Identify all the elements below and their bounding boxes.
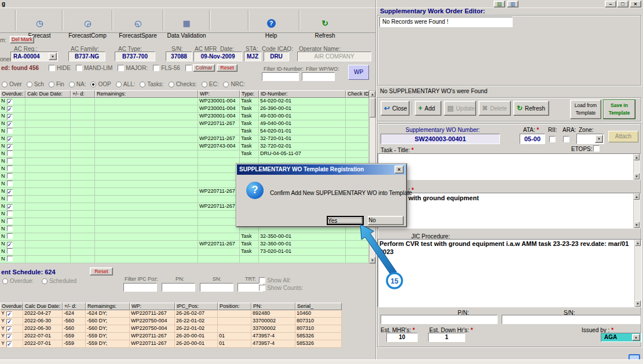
schedule-radio[interactable]: Overdue: [2, 278, 34, 284]
est-mhr-input[interactable]: 10 [386, 333, 418, 342]
row-checkbox[interactable] [7, 106, 13, 112]
close-window-button[interactable]: × [630, 1, 641, 8]
checkbox-icon[interactable] [76, 65, 82, 71]
description-textarea[interactable]: with ground equipment ▲ ▼ [378, 193, 641, 229]
row-checkbox[interactable] [6, 341, 12, 347]
colmar-button[interactable]: Colmar [193, 64, 215, 72]
schedule-radio[interactable]: Scheduled [42, 278, 76, 284]
col-type[interactable]: Type: [240, 90, 259, 98]
radio-icon[interactable] [27, 82, 32, 87]
filter-radio[interactable]: EC: [202, 81, 219, 87]
table-row[interactable]: N WP220743-004 Task 32-720-02-01 [0, 143, 369, 150]
scroll-thumb[interactable] [370, 98, 375, 117]
radio-icon[interactable] [90, 82, 96, 87]
col-plus-minus-d[interactable]: +/- d: [71, 90, 95, 98]
radio-icon[interactable] [2, 278, 8, 284]
filter-checkbox[interactable]: MAND-LIM [76, 65, 112, 71]
table-row[interactable]: N Task 32-350-00-01 [0, 233, 369, 241]
maximize-button[interactable]: □ [617, 1, 629, 8]
radio-icon[interactable] [2, 82, 8, 87]
chevron-down-icon[interactable]: ▼ [595, 135, 603, 143]
col-overdue[interactable]: Overdue: [0, 303, 23, 310]
sn-input[interactable] [502, 315, 641, 324]
filter-radio[interactable]: NA: [69, 81, 86, 87]
scroll-down-icon[interactable]: ▼ [634, 222, 640, 228]
table-row[interactable]: Y 2022-04-27 -624 -624 DY; WP220711-267 … [0, 310, 342, 318]
table-row[interactable]: N WP220711-267 Task 32-360-00-01 [0, 241, 369, 248]
radio-icon[interactable] [69, 82, 75, 87]
col-pn[interactable]: PN: [251, 303, 295, 310]
data-validation-button[interactable]: ▦ Data Validation [165, 17, 209, 40]
row-checkbox[interactable] [7, 204, 13, 210]
filter-radio[interactable]: Sch [27, 81, 44, 87]
row-checkbox[interactable] [7, 137, 13, 142]
filter-radio[interactable]: NRC: [223, 81, 244, 87]
filter-checkbox[interactable]: FLS-56 [153, 65, 180, 71]
wp-button[interactable]: WP [348, 65, 369, 80]
forecastspare-button[interactable]: ◵ ForecastSpare [114, 17, 162, 40]
row-checkbox[interactable] [7, 218, 13, 224]
row-checkbox[interactable] [7, 158, 13, 164]
minimize-button[interactable]: – [605, 1, 616, 8]
add-button[interactable]: + Add [415, 101, 441, 116]
chevron-down-icon[interactable]: ▼ [49, 53, 57, 60]
table-row[interactable]: Y 2022-06-30 -560 -560 DY; WP220750-004 … [0, 318, 342, 325]
col-serial[interactable]: Serial_ [295, 303, 342, 310]
scroll-up-icon[interactable]: ▲ [634, 193, 640, 200]
filter-checkbox[interactable]: MAJOR: [118, 65, 148, 71]
textarea-scrollbar[interactable]: ▲ ▼ [633, 154, 640, 179]
col-overdue[interactable]: Overdue: [0, 90, 25, 98]
row-checkbox[interactable] [7, 256, 13, 262]
filter-radio[interactable]: OOP [90, 81, 111, 87]
forecastcomp-button[interactable]: ◶ ForecastComp [64, 17, 111, 40]
radio-icon[interactable] [202, 82, 207, 87]
col-check-id[interactable]: Check ID: [346, 90, 369, 98]
pn-input[interactable] [381, 315, 498, 324]
radio-icon[interactable] [223, 82, 229, 87]
table-row[interactable]: N Task 54-020-01-01 [0, 128, 369, 135]
issued-by-select[interactable]: AGA ▼ [601, 333, 641, 342]
checkbox-icon[interactable] [49, 65, 55, 71]
table-row[interactable]: Y 2022-07-01 -559 -559 DY; WP220711-267 … [0, 340, 342, 348]
jic-procedure-textarea[interactable]: Perform CVR test with ground equipment i… [378, 239, 642, 307]
filter-radio[interactable]: ALL: [116, 81, 136, 87]
scroll-up-icon[interactable]: ▲ [634, 154, 640, 160]
row-checkbox[interactable] [7, 114, 13, 120]
row-checkbox[interactable] [7, 248, 13, 254]
col-calc-due-date[interactable]: Calc Due Date: [23, 303, 63, 310]
dialog-close-icon[interactable]: × [394, 166, 404, 174]
table-row[interactable]: N WP230001-004 Task 26-390-00-01 [0, 105, 369, 113]
col-id-number[interactable]: ID-Number: [259, 90, 346, 98]
row-checkbox[interactable] [7, 242, 13, 248]
scroll-down-icon[interactable]: ▼ [635, 300, 641, 307]
table-row[interactable]: Y 2022-06-30 -560 -560 DY; WP220750-004 … [0, 325, 342, 333]
row-checkbox[interactable] [7, 233, 13, 239]
scroll-up-icon[interactable]: ▲ [635, 240, 641, 246]
checkbox-icon[interactable] [153, 65, 159, 71]
row-checkbox[interactable] [7, 99, 13, 105]
filter-checkbox[interactable]: HIDE [49, 65, 71, 71]
ata-field[interactable]: 05-00 [520, 134, 545, 144]
zone-select[interactable]: ▼ [576, 134, 604, 144]
table-row[interactable]: N WP230001-004 Task 49-030-00-01 [0, 113, 369, 120]
scroll-up-icon[interactable]: ▲ [370, 91, 375, 97]
row-checkbox[interactable] [7, 166, 13, 171]
textarea-scrollbar[interactable]: ▲ ▼ [633, 193, 640, 228]
radio-icon[interactable] [169, 82, 174, 87]
checkbox-icon[interactable] [118, 65, 124, 71]
row-checkbox[interactable] [7, 173, 13, 179]
row-checkbox[interactable] [7, 122, 13, 127]
row-checkbox[interactable] [6, 326, 12, 332]
row-checkbox[interactable] [7, 128, 13, 134]
show-counts-checkbox[interactable]: Show Counts: [259, 285, 303, 291]
row-checkbox[interactable] [7, 226, 13, 231]
col-position[interactable]: Position: [218, 303, 251, 310]
checkbox-icon[interactable] [259, 285, 265, 291]
rii-checkbox[interactable] [549, 136, 556, 142]
filter-radio[interactable]: Checks: [169, 81, 197, 87]
filter-id-number-input[interactable] [262, 72, 299, 81]
col-calc-due-date[interactable]: Calc Due Date: [25, 90, 71, 98]
ara-checkbox[interactable] [563, 136, 569, 142]
filter-radio[interactable]: Over [2, 81, 22, 87]
close-button[interactable]: ↩ Close [381, 101, 410, 116]
